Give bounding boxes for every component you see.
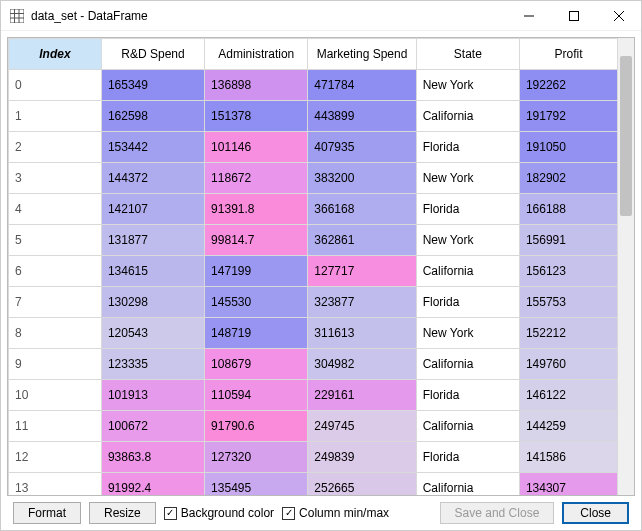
cell-index[interactable]: 8 bbox=[9, 318, 102, 349]
table-row[interactable]: 2153442101146407935Florida191050 bbox=[9, 132, 618, 163]
cell-profit[interactable]: 166188 bbox=[519, 194, 617, 225]
cell-state[interactable]: New York bbox=[416, 70, 519, 101]
col-header-admin[interactable]: Administration bbox=[205, 39, 308, 70]
col-header-profit[interactable]: Profit bbox=[519, 39, 617, 70]
cell-index[interactable]: 1 bbox=[9, 101, 102, 132]
cell-index[interactable]: 4 bbox=[9, 194, 102, 225]
cell-mkt[interactable]: 383200 bbox=[308, 163, 416, 194]
vertical-scrollbar[interactable] bbox=[618, 38, 634, 495]
cell-index[interactable]: 7 bbox=[9, 287, 102, 318]
table-row[interactable]: 7130298145530323877Florida155753 bbox=[9, 287, 618, 318]
col-header-state[interactable]: State bbox=[416, 39, 519, 70]
cell-admin[interactable]: 108679 bbox=[205, 349, 308, 380]
close-window-button[interactable] bbox=[596, 1, 641, 31]
cell-admin[interactable]: 110594 bbox=[205, 380, 308, 411]
cell-profit[interactable]: 182902 bbox=[519, 163, 617, 194]
cell-index[interactable]: 5 bbox=[9, 225, 102, 256]
cell-index[interactable]: 9 bbox=[9, 349, 102, 380]
table-row[interactable]: 1293863.8127320249839Florida141586 bbox=[9, 442, 618, 473]
table-row[interactable]: 0165349136898471784New York192262 bbox=[9, 70, 618, 101]
table-row[interactable]: 9123335108679304982California149760 bbox=[9, 349, 618, 380]
cell-rnd[interactable]: 153442 bbox=[101, 132, 204, 163]
close-button[interactable]: Close bbox=[562, 502, 629, 524]
cell-profit[interactable]: 144259 bbox=[519, 411, 617, 442]
cell-profit[interactable]: 152212 bbox=[519, 318, 617, 349]
table-row[interactable]: 10101913110594229161Florida146122 bbox=[9, 380, 618, 411]
cell-admin[interactable]: 99814.7 bbox=[205, 225, 308, 256]
cell-rnd[interactable]: 144372 bbox=[101, 163, 204, 194]
cell-admin[interactable]: 101146 bbox=[205, 132, 308, 163]
cell-mkt[interactable]: 443899 bbox=[308, 101, 416, 132]
cell-profit[interactable]: 149760 bbox=[519, 349, 617, 380]
scroll-thumb[interactable] bbox=[620, 56, 632, 216]
cell-admin[interactable]: 135495 bbox=[205, 473, 308, 496]
cell-profit[interactable]: 192262 bbox=[519, 70, 617, 101]
cell-mkt[interactable]: 311613 bbox=[308, 318, 416, 349]
cell-rnd[interactable]: 100672 bbox=[101, 411, 204, 442]
cell-mkt[interactable]: 471784 bbox=[308, 70, 416, 101]
cell-state[interactable]: Florida bbox=[416, 287, 519, 318]
cell-profit[interactable]: 191792 bbox=[519, 101, 617, 132]
cell-profit[interactable]: 191050 bbox=[519, 132, 617, 163]
cell-profit[interactable]: 156991 bbox=[519, 225, 617, 256]
cell-admin[interactable]: 91391.8 bbox=[205, 194, 308, 225]
cell-mkt[interactable]: 407935 bbox=[308, 132, 416, 163]
cell-index[interactable]: 10 bbox=[9, 380, 102, 411]
cell-state[interactable]: California bbox=[416, 473, 519, 496]
cell-rnd[interactable]: 134615 bbox=[101, 256, 204, 287]
cell-profit[interactable]: 146122 bbox=[519, 380, 617, 411]
table-row[interactable]: 6134615147199127717California156123 bbox=[9, 256, 618, 287]
cell-mkt[interactable]: 249839 bbox=[308, 442, 416, 473]
cell-mkt[interactable]: 323877 bbox=[308, 287, 416, 318]
column-minmax-checkbox[interactable]: ✓ Column min/max bbox=[282, 506, 389, 520]
cell-state[interactable]: New York bbox=[416, 318, 519, 349]
cell-admin[interactable]: 145530 bbox=[205, 287, 308, 318]
cell-rnd[interactable]: 142107 bbox=[101, 194, 204, 225]
cell-state[interactable]: Florida bbox=[416, 380, 519, 411]
table-row[interactable]: 1391992.4135495252665California134307 bbox=[9, 473, 618, 496]
col-header-rnd[interactable]: R&D Spend bbox=[101, 39, 204, 70]
cell-state[interactable]: New York bbox=[416, 163, 519, 194]
cell-state[interactable]: New York bbox=[416, 225, 519, 256]
table-row[interactable]: 1110067291790.6249745California144259 bbox=[9, 411, 618, 442]
col-header-mkt[interactable]: Marketing Spend bbox=[308, 39, 416, 70]
resize-button[interactable]: Resize bbox=[89, 502, 156, 524]
cell-admin[interactable]: 151378 bbox=[205, 101, 308, 132]
cell-rnd[interactable]: 91992.4 bbox=[101, 473, 204, 496]
cell-profit[interactable]: 141586 bbox=[519, 442, 617, 473]
table-row[interactable]: 3144372118672383200New York182902 bbox=[9, 163, 618, 194]
cell-admin[interactable]: 136898 bbox=[205, 70, 308, 101]
cell-state[interactable]: Florida bbox=[416, 132, 519, 163]
cell-mkt[interactable]: 366168 bbox=[308, 194, 416, 225]
cell-state[interactable]: California bbox=[416, 349, 519, 380]
cell-state[interactable]: California bbox=[416, 101, 519, 132]
format-button[interactable]: Format bbox=[13, 502, 81, 524]
cell-rnd[interactable]: 131877 bbox=[101, 225, 204, 256]
cell-rnd[interactable]: 162598 bbox=[101, 101, 204, 132]
cell-mkt[interactable]: 127717 bbox=[308, 256, 416, 287]
cell-rnd[interactable]: 101913 bbox=[101, 380, 204, 411]
cell-index[interactable]: 2 bbox=[9, 132, 102, 163]
cell-profit[interactable]: 134307 bbox=[519, 473, 617, 496]
background-color-checkbox[interactable]: ✓ Background color bbox=[164, 506, 274, 520]
cell-mkt[interactable]: 229161 bbox=[308, 380, 416, 411]
cell-profit[interactable]: 155753 bbox=[519, 287, 617, 318]
cell-state[interactable]: California bbox=[416, 411, 519, 442]
cell-index[interactable]: 3 bbox=[9, 163, 102, 194]
cell-mkt[interactable]: 304982 bbox=[308, 349, 416, 380]
cell-admin[interactable]: 147199 bbox=[205, 256, 308, 287]
table-row[interactable]: 1162598151378443899California191792 bbox=[9, 101, 618, 132]
cell-index[interactable]: 11 bbox=[9, 411, 102, 442]
cell-rnd[interactable]: 123335 bbox=[101, 349, 204, 380]
cell-admin[interactable]: 127320 bbox=[205, 442, 308, 473]
cell-index[interactable]: 13 bbox=[9, 473, 102, 496]
cell-rnd[interactable]: 130298 bbox=[101, 287, 204, 318]
cell-mkt[interactable]: 252665 bbox=[308, 473, 416, 496]
cell-rnd[interactable]: 165349 bbox=[101, 70, 204, 101]
cell-state[interactable]: Florida bbox=[416, 194, 519, 225]
cell-profit[interactable]: 156123 bbox=[519, 256, 617, 287]
cell-rnd[interactable]: 93863.8 bbox=[101, 442, 204, 473]
cell-index[interactable]: 12 bbox=[9, 442, 102, 473]
maximize-button[interactable] bbox=[551, 1, 596, 31]
cell-index[interactable]: 0 bbox=[9, 70, 102, 101]
